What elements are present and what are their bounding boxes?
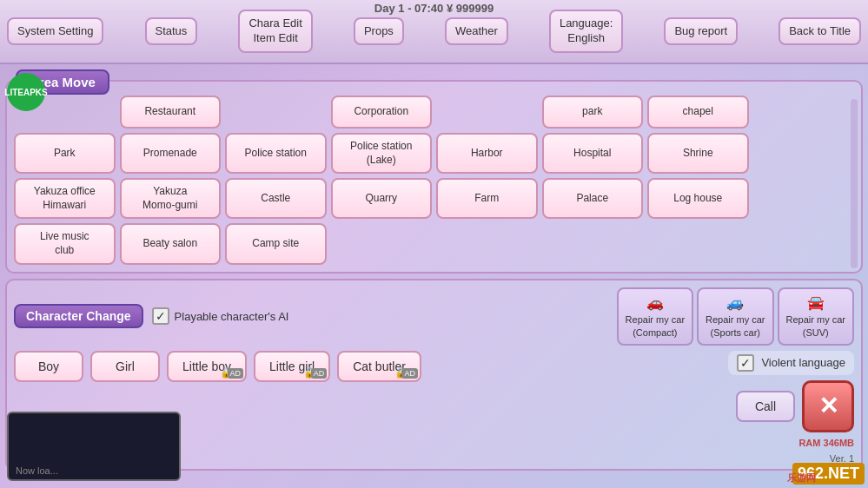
checkbox-area: ✓ Playable character's AI: [152, 307, 289, 325]
chara-edit-button[interactable]: Chara Edit Item Edit: [238, 10, 312, 53]
area-btn-park[interactable]: Park: [14, 133, 116, 174]
area-btn-corporation[interactable]: Corporation: [331, 96, 433, 129]
area-btn-harbor[interactable]: Harbor: [436, 133, 538, 174]
violent-language-row: ✓ Violent language: [728, 351, 854, 375]
preview-area: Now loa...: [7, 412, 181, 481]
area-btn-park-top[interactable]: park: [542, 96, 644, 129]
status-button[interactable]: Status: [145, 17, 198, 46]
area-btn-yakuza-momo[interactable]: Yakuza Momo-gumi: [120, 178, 222, 219]
area-btn-yakuza-himawari[interactable]: Yakuza office Himawari: [14, 178, 116, 219]
char-panel-header: Character Change ✓ Playable character's …: [14, 287, 854, 346]
top-bar: Day 1 - 07:40 ¥ 999999 System Setting St…: [0, 0, 868, 64]
area-btn-log-house[interactable]: Log house: [647, 178, 749, 219]
main-content: Area Move Restaurant Corporation park ch…: [0, 64, 868, 488]
area-btn-shrine[interactable]: Shrine: [647, 133, 749, 174]
area-btn-empty-3: [436, 96, 538, 129]
boy-button[interactable]: Boy: [14, 351, 83, 382]
area-btn-restaurant[interactable]: Restaurant: [120, 96, 222, 129]
area-btn-empty-9: [647, 223, 749, 264]
area-btn-empty-6: [331, 223, 433, 264]
language-button[interactable]: Language: English: [549, 10, 623, 53]
character-buttons-row: Boy Girl Little boy 🔒 AD Little girl 🔒 A…: [14, 351, 421, 382]
playable-ai-checkbox[interactable]: ✓: [152, 307, 169, 325]
liteapks-badge: LITEAPKS: [7, 73, 45, 111]
car-suv-icon: 🚘: [786, 294, 845, 313]
little-boy-button[interactable]: Little boy 🔒 AD: [167, 351, 247, 382]
repair-sports-button[interactable]: 🚙 Repair my car (Sports car): [697, 287, 773, 346]
scroll-indicator[interactable]: [851, 99, 858, 268]
playable-ai-label: Playable character's AI: [175, 310, 289, 323]
repair-suv-button[interactable]: 🚘 Repair my car (SUV): [778, 287, 854, 346]
area-move-panel: Area Move Restaurant Corporation park ch…: [5, 80, 863, 274]
props-button[interactable]: Props: [354, 17, 404, 46]
ad-badge-little-girl: AD: [311, 368, 328, 379]
violent-language-checkbox[interactable]: ✓: [737, 354, 754, 372]
weather-button[interactable]: Weather: [445, 17, 508, 46]
repair-compact-button[interactable]: 🚗 Repair my car (Compact): [617, 287, 693, 346]
little-girl-button[interactable]: Little girl 🔒 AD: [254, 351, 330, 382]
now-loading-text: Now loa...: [16, 465, 58, 476]
ad-badge-cat-butler: AD: [401, 368, 418, 379]
area-grid: Restaurant Corporation park chapel Park …: [14, 96, 854, 265]
area-btn-live-music-club[interactable]: Live music club: [14, 223, 116, 264]
area-btn-empty-7: [436, 223, 538, 264]
area-btn-empty-8: [542, 223, 644, 264]
watermark-leyou: 乐游网: [787, 472, 816, 485]
area-btn-chapel[interactable]: chapel: [647, 96, 749, 129]
area-btn-beaty-salon[interactable]: Beaty salon: [120, 223, 222, 264]
area-btn-palace[interactable]: Palace: [542, 178, 644, 219]
area-btn-farm[interactable]: Farm: [436, 178, 538, 219]
area-btn-hospital[interactable]: Hospital: [542, 133, 644, 174]
close-button[interactable]: ✕: [802, 380, 854, 432]
day-info: Day 1 - 07:40 ¥ 999999: [374, 2, 494, 15]
system-setting-button[interactable]: System Setting: [7, 17, 103, 46]
area-btn-empty-4: [753, 133, 855, 174]
area-btn-castle[interactable]: Castle: [225, 178, 327, 219]
area-btn-empty-10: [753, 223, 855, 264]
back-to-title-button[interactable]: Back to Title: [779, 17, 861, 46]
area-btn-promenade[interactable]: Promenade: [120, 133, 222, 174]
bug-report-button[interactable]: Bug report: [664, 17, 738, 46]
call-button[interactable]: Call: [736, 391, 795, 422]
ad-badge-little-boy: AD: [228, 368, 244, 379]
repair-row: 🚗 Repair my car (Compact) 🚙 Repair my ca…: [617, 287, 854, 346]
car-sports-icon: 🚙: [706, 294, 765, 313]
violent-language-label: Violent language: [761, 356, 845, 369]
area-btn-empty-2: [225, 96, 327, 129]
ram-info: RAM 346MB: [798, 438, 854, 448]
area-btn-empty-5: [753, 178, 855, 219]
character-change-label: Character Change: [14, 304, 143, 328]
cat-butler-button[interactable]: Cat butler 🔒 AD: [337, 351, 421, 382]
car-compact-icon: 🚗: [626, 294, 685, 313]
area-btn-quarry[interactable]: Quarry: [331, 178, 433, 219]
area-btn-police-station[interactable]: Police station: [225, 133, 327, 174]
area-btn-camp-site[interactable]: Camp site: [225, 223, 327, 264]
area-btn-empty-scroll: [753, 96, 855, 129]
girl-button[interactable]: Girl: [90, 351, 160, 382]
area-btn-police-station-lake[interactable]: Police station (Lake): [331, 133, 433, 174]
